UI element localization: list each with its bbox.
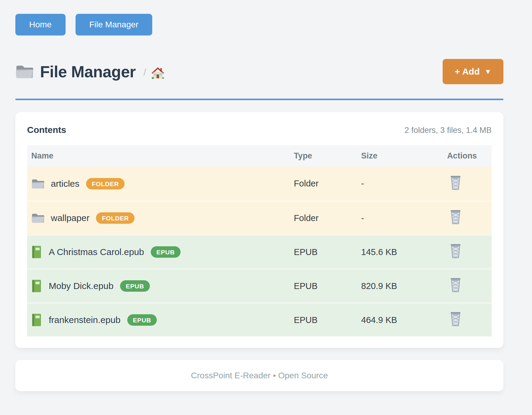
column-header-type: Type — [289, 145, 357, 167]
contents-card: Contents 2 folders, 3 files, 1.4 MB Name… — [15, 112, 503, 348]
folder-name-link[interactable]: wallpaper — [51, 213, 89, 223]
size-cell: 464.9 KB — [357, 303, 443, 337]
folder-name-link[interactable]: articles — [51, 179, 79, 189]
epub-badge: EPUB — [127, 314, 157, 326]
column-header-size: Size — [357, 145, 443, 167]
add-button-label: + Add — [455, 66, 480, 77]
page-title: File Manager — [40, 63, 136, 81]
type-cell: Folder — [289, 201, 357, 235]
size-cell: 145.6 KB — [357, 235, 443, 269]
file-name-link[interactable]: Moby Dick.epub — [49, 281, 113, 291]
table-row: A Christmas Carol.epub EPUB EPUB 145.6 K… — [27, 235, 492, 269]
folder-icon — [31, 212, 45, 224]
files-table: Name Type Size Actions articles FOLDER F… — [27, 145, 492, 337]
delete-button[interactable] — [447, 210, 462, 224]
nav-file-manager-button[interactable]: File Manager — [76, 14, 152, 35]
delete-button[interactable] — [447, 312, 462, 326]
footer-card: CrossPoint E-Reader • Open Source — [15, 360, 503, 391]
folder-badge: FOLDER — [86, 178, 125, 189]
trash-icon — [450, 210, 462, 224]
contents-card-header: Contents 2 folders, 3 files, 1.4 MB — [27, 125, 492, 135]
table-row: articles FOLDER Folder - — [27, 167, 492, 201]
book-icon — [31, 245, 43, 259]
nav-home-button[interactable]: Home — [15, 14, 66, 35]
contents-heading: Contents — [27, 125, 66, 135]
book-icon — [31, 279, 43, 293]
delete-button[interactable] — [447, 278, 462, 292]
title-group: File Manager / — [15, 63, 165, 81]
title-divider — [15, 99, 503, 100]
delete-button[interactable] — [447, 175, 462, 190]
epub-badge: EPUB — [151, 246, 181, 258]
page-header: File Manager / + Add ▼ — [15, 59, 503, 84]
add-button[interactable]: + Add ▼ — [443, 59, 503, 84]
trash-icon — [450, 312, 462, 326]
top-nav: Home File Manager — [15, 14, 503, 35]
trash-icon — [450, 278, 462, 292]
folder-icon — [31, 178, 45, 189]
folder-icon — [15, 64, 34, 79]
contents-summary: 2 folders, 3 files, 1.4 MB — [404, 126, 492, 135]
type-cell: Folder — [289, 167, 357, 201]
type-cell: EPUB — [289, 303, 357, 337]
table-header-row: Name Type Size Actions — [27, 145, 492, 167]
file-name-link[interactable]: frankenstein.epub — [49, 315, 121, 325]
footer-text: CrossPoint E-Reader • Open Source — [191, 371, 328, 380]
table-row: Moby Dick.epub EPUB EPUB 820.9 KB — [27, 269, 492, 303]
table-row: frankenstein.epub EPUB EPUB 464.9 KB — [27, 303, 492, 337]
delete-button[interactable] — [447, 244, 462, 258]
size-cell: 820.9 KB — [357, 269, 443, 303]
table-row: wallpaper FOLDER Folder - — [27, 201, 492, 235]
epub-badge: EPUB — [120, 280, 150, 292]
breadcrumb-separator: / — [144, 67, 146, 78]
house-icon — [151, 66, 165, 79]
trash-icon — [450, 244, 462, 258]
folder-badge: FOLDER — [96, 212, 135, 224]
caret-down-icon: ▼ — [484, 68, 491, 76]
page: Home File Manager File Manager / + Add ▼… — [0, 0, 532, 391]
column-header-actions: Actions — [443, 145, 492, 167]
trash-icon — [450, 175, 462, 190]
type-cell: EPUB — [289, 269, 357, 303]
book-icon — [31, 313, 43, 327]
type-cell: EPUB — [289, 235, 357, 269]
breadcrumb-home-link[interactable] — [151, 66, 165, 79]
file-name-link[interactable]: A Christmas Carol.epub — [49, 247, 144, 257]
size-cell: - — [357, 167, 443, 201]
column-header-name: Name — [27, 145, 289, 167]
size-cell: - — [357, 201, 443, 235]
